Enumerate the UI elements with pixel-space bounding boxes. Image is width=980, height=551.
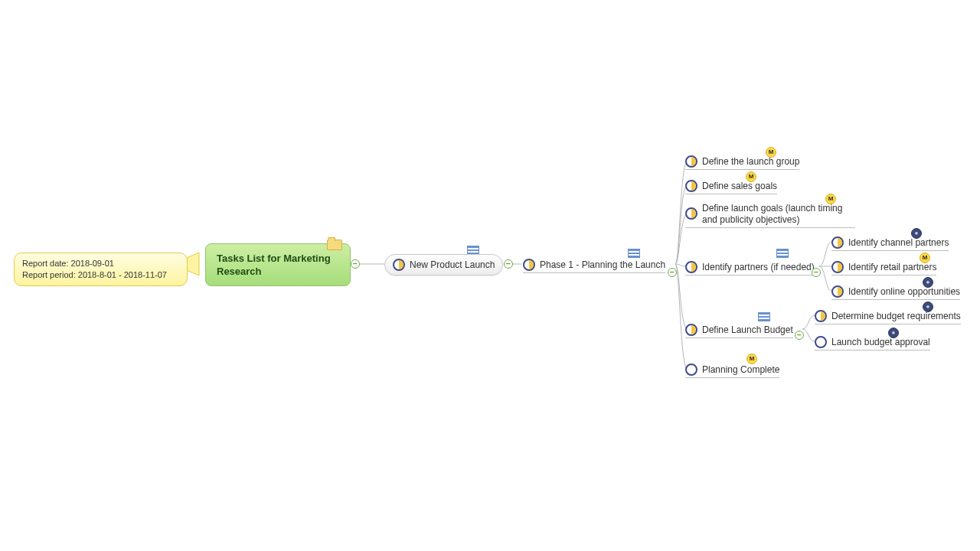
node-label: Launch budget approval bbox=[831, 337, 930, 347]
node-label: Identify partners (if needed) bbox=[702, 262, 815, 272]
callout-line1: Report date: 2018-09-01 bbox=[22, 258, 179, 269]
node-identify-partners[interactable]: Identify partners (if needed) bbox=[685, 261, 815, 276]
progress-icon bbox=[831, 285, 844, 298]
node-label: Determine budget requirements bbox=[831, 311, 961, 321]
node-new-product-launch[interactable]: New Product Launch bbox=[384, 254, 503, 276]
collapse-handle-l2[interactable]: − bbox=[668, 268, 677, 277]
collapse-handle-root[interactable]: − bbox=[351, 259, 360, 269]
node-label: Planning Complete bbox=[702, 364, 779, 375]
node-identify-online-opportunities[interactable]: Identify online opportunities bbox=[831, 285, 960, 300]
node-label: Phase 1 - Planning the Launch bbox=[540, 259, 665, 270]
progress-icon bbox=[685, 324, 697, 336]
node-label: Define Launch Budget bbox=[702, 324, 793, 335]
node-phase1[interactable]: Phase 1 - Planning the Launch bbox=[523, 259, 665, 273]
node-label: Identify channel partners bbox=[848, 237, 949, 248]
progress-icon bbox=[685, 261, 697, 273]
progress-icon bbox=[815, 336, 827, 348]
node-identify-channel-partners[interactable]: Identify channel partners bbox=[831, 236, 949, 251]
progress-icon bbox=[523, 259, 535, 271]
node-label: Define sales goals bbox=[702, 181, 777, 191]
progress-icon bbox=[831, 261, 844, 273]
node-label: New Product Launch bbox=[410, 259, 495, 270]
node-identify-retail-partners[interactable]: Identify retail partners bbox=[831, 261, 936, 276]
progress-icon bbox=[831, 236, 844, 249]
root-node-label: Tasks List for Marketing Research bbox=[217, 253, 331, 277]
node-label: Define launch goals (launch timing and p… bbox=[702, 203, 855, 226]
node-planning-complete[interactable]: Planning Complete bbox=[685, 364, 779, 378]
tag-icon bbox=[758, 312, 770, 321]
badge-m: M bbox=[746, 354, 757, 364]
progress-icon bbox=[685, 364, 697, 376]
progress-icon bbox=[685, 207, 697, 220]
node-define-sales-goals[interactable]: Define sales goals bbox=[685, 180, 777, 194]
progress-icon bbox=[685, 180, 697, 192]
node-determine-budget-req[interactable]: Determine budget requirements bbox=[815, 310, 961, 324]
node-launch-budget-approval[interactable]: Launch budget approval bbox=[815, 336, 930, 350]
node-label: Identify retail partners bbox=[848, 262, 936, 272]
collapse-handle-l1[interactable]: − bbox=[504, 259, 513, 269]
mindmap-stage: Report date: 2018-09-01 Report period: 2… bbox=[0, 0, 980, 551]
node-define-launch-budget[interactable]: Define Launch Budget bbox=[685, 324, 793, 338]
tag-icon bbox=[628, 249, 640, 258]
progress-icon bbox=[685, 155, 697, 168]
progress-icon bbox=[815, 310, 827, 322]
report-info-callout: Report date: 2018-09-01 Report period: 2… bbox=[14, 253, 188, 286]
folder-icon bbox=[327, 240, 342, 250]
tag-icon bbox=[776, 249, 789, 258]
node-define-launch-group[interactable]: Define the launch group bbox=[685, 155, 799, 170]
node-label: Define the launch group bbox=[702, 156, 799, 167]
collapse-handle-budget[interactable]: − bbox=[795, 331, 804, 340]
node-label: Identify online opportunities bbox=[848, 286, 960, 297]
collapse-handle-partners[interactable]: − bbox=[812, 268, 821, 277]
node-define-launch-goals[interactable]: Define launch goals (launch timing and p… bbox=[685, 203, 855, 228]
progress-icon bbox=[393, 259, 405, 271]
callout-line2: Report period: 2018-8-01 - 2018-11-07 bbox=[22, 269, 179, 281]
root-node[interactable]: Tasks List for Marketing Research bbox=[205, 243, 351, 286]
